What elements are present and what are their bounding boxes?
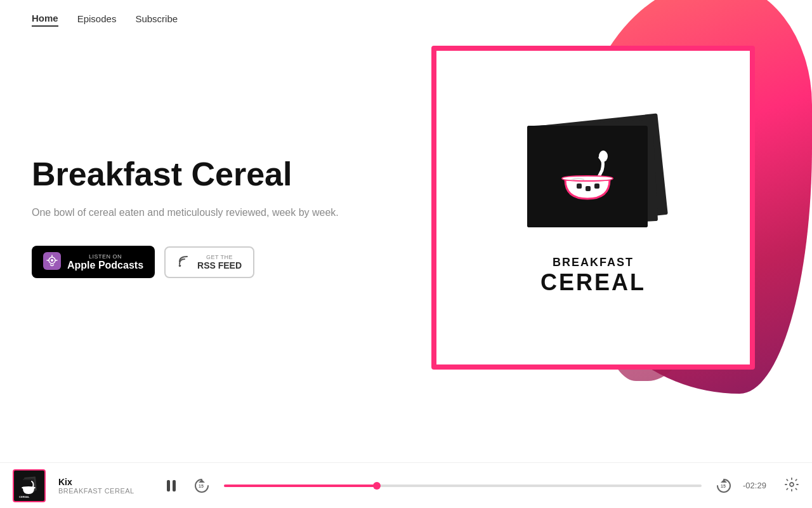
player-episode-title: Kix (58, 477, 147, 487)
rss-btn-text: Get the RSS FEED (197, 254, 242, 271)
artwork-card: BREAKFAST CEREAL (431, 46, 755, 370)
artwork-title-line2: CEREAL (540, 269, 646, 296)
player-podcast-name: BREAKFAST CEREAL (58, 487, 147, 495)
svg-point-4 (599, 150, 608, 162)
svg-rect-6 (586, 186, 591, 191)
artwork-text: BREAKFAST CEREAL (540, 256, 646, 296)
bowl-icon (553, 148, 622, 205)
bowl-page (527, 126, 648, 227)
rewind-icon: 15 (192, 476, 211, 495)
svg-point-3 (179, 265, 181, 267)
rewind-button[interactable]: 15 (192, 476, 211, 495)
svg-rect-13 (167, 480, 170, 491)
apple-btn-text: Listen on Apple Podcasts (67, 253, 143, 271)
rss-btn-get-the: Get the (197, 254, 242, 260)
progress-fill (224, 485, 377, 487)
left-section: Breakfast Cereal One bowl of cereal eate… (32, 156, 381, 278)
settings-button[interactable] (784, 477, 799, 494)
artwork-section: BREAKFAST CEREAL (431, 65, 755, 370)
svg-point-2 (51, 259, 53, 262)
skip-icon: 15 (714, 476, 733, 495)
cta-buttons: Listen on Apple Podcasts Get the RSS FEE… (32, 246, 381, 278)
apple-podcasts-icon (43, 252, 61, 272)
rss-icon (177, 254, 191, 270)
main-content: Breakfast Cereal One bowl of cereal eate… (0, 65, 812, 370)
podcast-description: One bowl of cereal eaten and meticulousl… (32, 205, 381, 220)
time-remaining: -02:29 (743, 481, 775, 490)
progress-dot (373, 482, 381, 490)
svg-rect-7 (594, 184, 599, 189)
svg-rect-5 (577, 184, 582, 189)
pause-button[interactable] (160, 474, 183, 497)
podcast-title: Breakfast Cereal (32, 156, 381, 192)
skip-button[interactable]: 15 (714, 476, 733, 495)
nav-home[interactable]: Home (32, 13, 58, 27)
apple-btn-listen-on: Listen on (67, 253, 143, 260)
player-controls: 15 (160, 474, 211, 497)
svg-text:CEREAL: CEREAL (19, 495, 30, 498)
player-bar: CEREAL Kix BREAKFAST CEREAL 15 (0, 462, 812, 508)
rss-feed-button[interactable]: Get the RSS FEED (164, 246, 254, 278)
progress-area (224, 485, 702, 487)
nav-episodes[interactable]: Episodes (77, 13, 117, 26)
navigation: Home Episodes Subscribe (0, 0, 812, 39)
nav-subscribe[interactable]: Subscribe (135, 13, 178, 26)
progress-bar[interactable] (224, 485, 702, 487)
apple-btn-service: Apple Podcasts (67, 260, 143, 271)
settings-icon (784, 477, 799, 492)
stacked-pages (523, 119, 663, 234)
pause-icon (161, 476, 181, 496)
player-info: Kix BREAKFAST CEREAL (58, 477, 147, 495)
svg-text:15: 15 (199, 484, 204, 488)
rss-btn-label: RSS FEED (197, 260, 242, 271)
svg-text:15: 15 (721, 484, 726, 488)
artwork-card-container: BREAKFAST CEREAL (431, 46, 755, 370)
artwork-title-line1: BREAKFAST (540, 256, 646, 269)
player-right-controls: 15 -02:29 (714, 476, 799, 495)
svg-rect-14 (173, 480, 176, 491)
player-thumb-icon: CEREAL (16, 473, 42, 498)
apple-podcasts-button[interactable]: Listen on Apple Podcasts (32, 246, 155, 278)
player-thumbnail: CEREAL (13, 469, 46, 502)
svg-point-19 (790, 483, 794, 486)
